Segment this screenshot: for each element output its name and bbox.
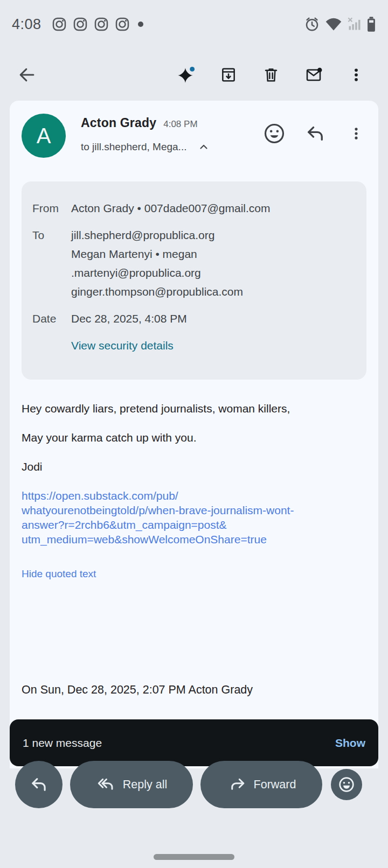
date-label: Date [32, 309, 71, 328]
forward-icon [227, 775, 246, 794]
archive-button[interactable] [216, 62, 241, 88]
message-body: Hey cowardly liars, pretend journalists,… [22, 401, 366, 580]
reply-button[interactable] [303, 121, 328, 146]
message-overflow-button[interactable] [344, 121, 369, 146]
message-header: A Acton Grady 4:08 PM to jill.shepherd, … [10, 101, 378, 181]
home-indicator[interactable] [154, 854, 234, 860]
date-value: Dec 28, 2025, 4:08 PM [71, 309, 187, 328]
gmail-message-screen: 4:08 A [0, 0, 388, 868]
avatar-letter: A [37, 124, 51, 148]
no-signal-icon [347, 16, 362, 32]
status-bar: 4:08 [0, 0, 388, 48]
notification-icons [51, 16, 130, 32]
emoji-reaction-button[interactable] [331, 769, 362, 800]
back-button[interactable] [14, 62, 40, 88]
recipients-summary: to jill.shepherd, Mega... [81, 141, 186, 153]
add-reaction-button[interactable] [262, 121, 287, 146]
reply-all-label: Reply all [123, 778, 167, 792]
message-time: 4:08 PM [163, 119, 197, 130]
system-status-icons [304, 16, 376, 32]
battery-icon [366, 16, 376, 32]
to-recipient: jill.shepherd@propublica.org [71, 226, 243, 244]
instagram-notification-icon [114, 16, 130, 32]
instagram-notification-icon [93, 16, 109, 32]
sender-avatar[interactable]: A [22, 114, 66, 158]
reply-icon [29, 774, 49, 795]
mark-unread-button[interactable] [301, 62, 327, 88]
alarm-icon [304, 16, 320, 32]
message-details-card: From Acton Grady • 007dade007@gmail.com … [22, 181, 366, 380]
view-security-details-link[interactable]: View security details [71, 336, 174, 355]
from-label: From [32, 199, 71, 218]
instagram-notification-icon [72, 16, 88, 32]
to-value: jill.shepherd@propublica.org Megan Marte… [71, 226, 243, 301]
show-button[interactable]: Show [335, 737, 365, 750]
to-recipient: .martenyi@propublica.org [71, 263, 243, 282]
message-sheet: A Acton Grady 4:08 PM to jill.shepherd, … [10, 101, 378, 768]
snackbar-message: 1 new message [23, 737, 335, 750]
quoted-text-preview: On Sun, Dec 28, 2025, 2:07 PM Acton Grad… [22, 683, 253, 697]
gemini-summarize-button[interactable] [173, 62, 199, 88]
new-message-snackbar: 1 new message Show [10, 719, 378, 766]
forward-label: Forward [254, 778, 296, 792]
hide-quoted-text-link[interactable]: Hide quoted text [22, 568, 96, 580]
to-recipient: ginger.thompson@propublica.com [71, 282, 243, 301]
body-paragraph: Hey cowardly liars, pretend journalists,… [22, 401, 366, 416]
from-value: Acton Grady • 007dade007@gmail.com [71, 199, 271, 218]
emoji-smiley-icon [337, 775, 356, 794]
more-notifications-dot-icon [138, 22, 143, 27]
reply-fab-button[interactable] [15, 761, 63, 808]
sender-name: Acton Grady [81, 116, 156, 130]
reply-all-button[interactable]: Reply all [70, 761, 193, 808]
overflow-menu-button[interactable] [343, 62, 369, 88]
to-recipient: Megan Martenyi • megan [71, 244, 243, 263]
instagram-notification-icon [51, 16, 67, 32]
body-paragraph: May your karma catch up with you. [22, 430, 366, 445]
forward-button[interactable]: Forward [200, 761, 322, 808]
message-toolbar [0, 48, 388, 101]
reply-all-icon [96, 775, 115, 794]
recipients-expander[interactable]: to jill.shepherd, Mega... [81, 141, 210, 153]
body-paragraph: Jodi [22, 459, 366, 474]
wifi-icon [324, 16, 343, 32]
substack-link[interactable]: https://open.substack.com/pub/ whatyoure… [22, 488, 366, 547]
to-label: To [32, 226, 71, 301]
chevron-up-icon [197, 141, 210, 153]
delete-button[interactable] [258, 62, 284, 88]
clock-text: 4:08 [12, 16, 41, 33]
